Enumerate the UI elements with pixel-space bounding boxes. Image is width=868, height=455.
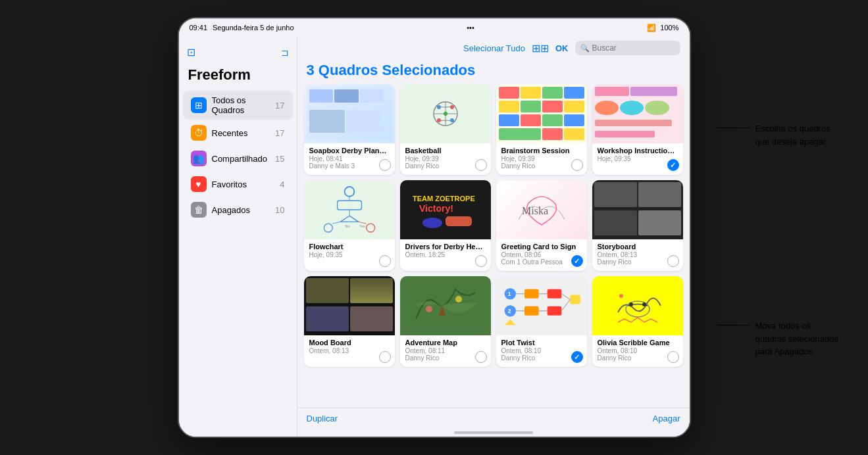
card-greeting[interactable]: Miska Greeting Card to Sign Ontem, 08:06… [496,180,587,271]
sidebar-item-favorites[interactable]: ♥ Favoritos 4 [183,172,293,197]
svg-point-3 [437,105,441,109]
svg-text:2: 2 [507,308,511,314]
sidebar-icon-deleted: 🗑 [191,202,207,218]
card-soapbox[interactable]: Soapbox Derby Plannin... Hoje, 08:41 Dan… [304,84,395,175]
sidebar-label-deleted: Apagados [212,205,270,215]
status-bar: 09:41 Segunda-feira 5 de junho ••• 📶 100… [179,18,690,37]
card-moodboard[interactable]: Mood Board Ontem, 08:13 [304,276,395,367]
card-title-flowchart: Flowchart [309,243,390,251]
card-date-soapbox: Hoje, 08:41 [309,155,390,162]
selection-flowchart[interactable] [379,255,391,267]
sidebar-label-all: Todos os Quadros [212,95,270,115]
cards-grid: Soapbox Derby Plannin... Hoje, 08:41 Dan… [304,84,683,367]
search-input[interactable] [592,43,690,53]
thumb-soapbox [304,84,395,143]
card-title-olivia: Olivia Scribble Game [598,339,678,347]
svg-point-5 [444,112,447,116]
selection-workshop[interactable] [667,159,679,171]
duplicate-button[interactable]: Duplicar [307,414,338,423]
svg-rect-35 [547,306,561,316]
sidebar-item-recent[interactable]: ⏱ Recentes 17 [183,120,293,145]
svg-rect-23 [446,216,472,226]
svg-point-22 [422,218,442,228]
svg-rect-33 [524,306,539,316]
selection-moodboard[interactable] [379,351,391,363]
svg-point-12 [366,224,374,232]
svg-rect-34 [547,289,561,299]
svg-text:Miska: Miska [522,205,548,216]
sidebar-count-recent: 17 [275,128,284,138]
card-adventure[interactable]: Adventure Map Ontem, 08:11 Danny Rico [400,276,491,367]
card-storyboard[interactable]: Storyboard Ontem, 08:13 Danny Rico [592,180,683,271]
card-author-plottwist: Danny Rico [501,354,582,362]
card-date-greeting: Ontem, 08:06 [501,251,582,258]
card-derby[interactable]: TEAM ZOETROPE Victory! Drivers for Derby… [400,180,491,271]
search-icon: 🔍 [580,44,590,53]
svg-rect-36 [570,295,580,304]
sidebar-count-favorites: 4 [280,180,284,189]
search-bar[interactable]: 🔍 🎤 [575,41,680,55]
svg-point-11 [324,224,332,232]
sidebar-icon-recent: ⏱ [191,125,207,141]
sidebar-item-deleted[interactable]: 🗑 Apagados 10 [183,197,293,222]
card-title-brainstorm: Brainstorm Session [501,147,582,155]
svg-rect-32 [524,289,539,299]
grid-view-button[interactable]: ⊞⊞ [532,42,549,55]
card-date-brainstorm: Hoje, 09:39 [501,155,582,162]
battery-icon: 100% [660,24,678,32]
delete-button[interactable]: Apagar [653,414,680,423]
card-author-storyboard: Danny Rico [598,258,678,266]
sidebar-toggle-icon[interactable]: ⊡ [187,46,195,59]
card-author-olivia: Danny Rico [598,354,678,362]
svg-point-26 [426,306,432,312]
card-flowchart[interactable]: No Yes Flowchart Hoje, 09:35 [304,180,395,271]
card-title-greeting: Greeting Card to Sign [501,243,582,251]
thumb-flowchart: No Yes [304,180,395,239]
ok-button[interactable]: OK [555,43,569,53]
sidebar-item-shared[interactable]: 👥 Compartilhado 15 [183,146,293,171]
selection-soapbox[interactable] [379,159,391,171]
thumb-storyboard [592,180,683,239]
svg-line-16 [358,222,366,224]
selection-adventure[interactable] [475,351,487,363]
card-basketball[interactable]: Basketball Hoje, 09:39 Danny Rico [400,84,491,175]
selection-plottwist[interactable] [571,351,583,363]
sidebar-count-deleted: 10 [275,205,284,215]
select-all-button[interactable]: Selecionar Tudo [463,43,525,53]
sidebar-label-recent: Recentes [212,128,270,138]
sidebar-icon-favorites: ♥ [191,176,207,192]
card-title-plottwist: Plot Twist [501,339,582,347]
svg-marker-43 [504,320,515,325]
card-title-storyboard: Storyboard [598,243,678,251]
card-title-adventure: Adventure Map [405,339,486,347]
sidebar-edit-icon[interactable]: ⊐ [281,47,289,58]
card-workshop[interactable]: Workshop Instructions 0915 Hoje, 09:35 [592,84,683,175]
card-date-adventure: Ontem, 08:11 [405,347,486,354]
card-olivia[interactable]: Olivia Scribble Game Ontem, 08:10 Danny … [592,276,683,367]
svg-marker-10 [340,216,359,222]
selection-storyboard[interactable] [667,255,679,267]
card-date-workshop: Hoje, 09:35 [598,155,678,162]
selection-olivia[interactable] [667,351,679,363]
svg-text:TEAM ZOETROPE: TEAM ZOETROPE [413,195,475,203]
card-author-adventure: Danny Rico [405,354,486,362]
svg-text:Victory!: Victory! [419,203,453,214]
card-title-workshop: Workshop Instructions 0915 [598,147,678,155]
selection-basketball[interactable] [475,159,487,171]
svg-line-15 [332,222,340,224]
card-plottwist[interactable]: 1 2 [496,276,587,367]
card-date-plottwist: Ontem, 08:10 [501,347,582,354]
svg-point-8 [344,187,354,197]
selection-greeting[interactable] [571,255,583,267]
card-title-basketball: Basketball [405,147,486,155]
thumb-greeting: Miska [496,180,587,239]
svg-point-48 [619,294,623,298]
sidebar-item-all[interactable]: ⊞ Todos os Quadros 17 [183,91,293,120]
card-brainstorm[interactable]: Brainstorm Session Hoje, 09:39 Danny Ric… [496,84,587,175]
card-date-moodboard: Ontem, 08:13 [309,347,390,354]
main-toolbar: Selecionar Tudo ⊞⊞ OK 🔍 🎤 [297,37,690,59]
thumb-moodboard [304,276,395,335]
selection-brainstorm[interactable] [571,159,583,171]
status-dots: ••• [467,24,474,32]
selection-derby[interactable] [475,255,487,267]
